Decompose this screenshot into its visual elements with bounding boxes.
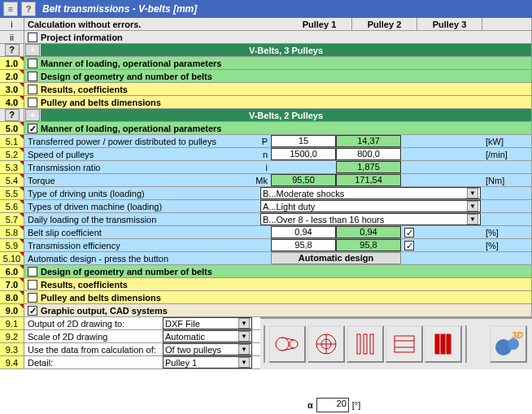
eff-out: 95,8	[336, 239, 401, 251]
toolbar: 3D	[260, 317, 532, 369]
section-4[interactable]: 4.0 Pulley and belts dimensions	[0, 96, 532, 109]
help-3p[interactable]: ?	[5, 44, 20, 56]
row-5-9: 5.9 Transmission efficiency 95,8 95,8 ✓ …	[0, 239, 532, 252]
group-3pulleys: ? + V-Belts, 3 Pulleys	[0, 44, 532, 57]
profile2-icon[interactable]	[386, 325, 423, 363]
alpha-symbol: α	[307, 400, 313, 410]
svg-rect-14	[435, 334, 439, 354]
scale-select[interactable]: Automatic▼	[163, 330, 252, 342]
row-9-4: 9.4 Detail: Pulley 1▼	[0, 356, 260, 369]
group-2pulleys: ? + V-Belts, 2 Pulleys	[0, 109, 532, 122]
section-1[interactable]: 1.0 Manner of loading, operational param…	[0, 57, 532, 70]
group-2p-title: V-Belts, 2 Pulleys	[41, 111, 531, 120]
row-5-3: 5.3 Transmission ratio i 1,875	[0, 161, 532, 174]
svg-rect-8	[357, 334, 360, 354]
s9-checkbox[interactable]: ✓	[28, 306, 37, 316]
svg-rect-9	[364, 334, 367, 354]
detail-select[interactable]: Pulley 1▼	[163, 356, 252, 368]
svg-rect-16	[447, 334, 451, 354]
proj-info-label: Project information	[41, 33, 123, 42]
auto-design-button[interactable]: Automatic design	[271, 252, 401, 264]
alpha-input[interactable]: 20	[316, 398, 349, 412]
s7-checkbox[interactable]	[28, 280, 37, 290]
ratio-out: 1,875	[336, 161, 401, 173]
expand-2p[interactable]: +	[25, 109, 40, 121]
driven-select[interactable]: A...Light duty▼	[260, 200, 481, 212]
row-9-3: 9.3 Use the data from calculation of: Of…	[0, 343, 260, 356]
row-9-1: 9.1 Output of 2D drawing to: DXF File▼	[0, 317, 260, 330]
chevron-down-icon: ▼	[238, 344, 250, 355]
expand-3p[interactable]: +	[25, 44, 40, 56]
svg-rect-15	[441, 334, 445, 354]
profile1-icon[interactable]	[347, 325, 384, 363]
svg-text:3D: 3D	[512, 330, 523, 340]
power-out: 14,37	[336, 135, 401, 147]
svg-point-0	[276, 338, 289, 351]
speed2-input[interactable]: 800,0	[336, 148, 401, 160]
row-5-4: 5.4 Torque Mk 95,50 171,54 [Nm]	[0, 174, 532, 187]
section-icon[interactable]	[307, 325, 345, 363]
help-2p[interactable]: ?	[5, 109, 20, 121]
cad-3d-icon[interactable]: 3D	[490, 325, 527, 363]
s8-checkbox[interactable]	[28, 293, 37, 303]
section-6[interactable]: 6.0 Design of geometry and number of bel…	[0, 265, 532, 278]
row-5-6: 5.6 Types of driven machine (loading) A.…	[0, 200, 532, 213]
s2-checkbox[interactable]	[28, 72, 37, 81]
chevron-down-icon: ▼	[238, 318, 250, 329]
power-input[interactable]: 15	[271, 135, 336, 147]
s3-checkbox[interactable]	[28, 85, 37, 94]
slip-out: 0,94	[336, 226, 401, 238]
svg-line-3	[282, 348, 294, 351]
eff-checkbox[interactable]: ✓	[404, 241, 414, 251]
help-button[interactable]: ?	[21, 2, 36, 16]
speed1-input[interactable]: 1500,0	[271, 148, 336, 160]
svg-rect-10	[370, 334, 373, 354]
profile3-icon[interactable]	[425, 325, 462, 363]
slip-checkbox[interactable]: ✓	[404, 228, 414, 238]
eff-input[interactable]: 95,8	[271, 239, 336, 251]
section-3[interactable]: 3.0 Results, coefficients	[0, 83, 532, 96]
col-pulley3: Pulley 3	[417, 18, 482, 30]
section-5[interactable]: 5.0 ✓Manner of loading, operational para…	[0, 122, 532, 135]
menu-button[interactable]: ≡	[3, 2, 18, 16]
row-5-10: 5.10 Automatic design - press the button…	[0, 252, 532, 265]
driving-select[interactable]: B...Moderate shocks▼	[260, 187, 481, 199]
data-select[interactable]: Of two pulleys▼	[163, 343, 252, 355]
svg-line-2	[282, 338, 294, 340]
s6-checkbox[interactable]	[28, 267, 37, 277]
col-pulley1: Pulley 1	[287, 18, 352, 30]
header-row-1: i Calculation without errors. Pulley 1 P…	[0, 18, 532, 31]
section-9[interactable]: 9.0 ✓Graphic output, CAD systems	[0, 304, 532, 317]
group-3p-title: V-Belts, 3 Pulleys	[41, 46, 531, 55]
s4-checkbox[interactable]	[28, 98, 37, 107]
output-select[interactable]: DXF File▼	[163, 317, 252, 329]
s5-checkbox[interactable]: ✓	[28, 124, 37, 133]
header-row-2: ii Project information	[0, 31, 532, 44]
svg-rect-11	[395, 336, 414, 352]
section-7[interactable]: 7.0 Results, coefficients	[0, 278, 532, 291]
torque1: 95,50	[271, 174, 336, 186]
svg-point-1	[290, 340, 298, 348]
scheme-icon[interactable]	[268, 325, 306, 363]
chevron-down-icon: ▼	[238, 357, 250, 368]
alpha-unit: [°]	[352, 400, 361, 410]
row-5-7: 5.7 Daily loading of the transmission B.…	[0, 213, 532, 226]
col-i: i	[0, 18, 24, 30]
s1-checkbox[interactable]	[28, 59, 37, 68]
col-pulley2: Pulley 2	[352, 18, 417, 30]
col-ii: ii	[0, 31, 24, 43]
row-5-1: 5.1 Transferred power / power distribute…	[0, 135, 532, 148]
alpha-group: α 20 [°]	[307, 398, 360, 412]
titlebar: ≡ ? Belt transmissions - V-belts [mm]	[0, 0, 532, 18]
chevron-down-icon: ▼	[238, 331, 250, 342]
slip-input[interactable]: 0,94	[271, 226, 336, 238]
chevron-down-icon: ▼	[467, 188, 478, 198]
section-8[interactable]: 8.0 Pulley and belts dimensions	[0, 291, 532, 304]
torque2: 171,54	[336, 174, 401, 186]
row-5-8: 5.8 Belt slip coefficient 0,94 0,94 ✓ [%…	[0, 226, 532, 239]
proj-checkbox[interactable]	[28, 33, 37, 42]
section-2[interactable]: 2.0 Design of geometry and number of bel…	[0, 70, 532, 83]
row-5-2: 5.2 Speed of pulleys n 1500,0 800,0 [/mi…	[0, 148, 532, 161]
daily-select[interactable]: B...Over 8 - less than 16 hours▼	[260, 213, 481, 225]
window-title: Belt transmissions - V-belts [mm]	[42, 3, 197, 15]
